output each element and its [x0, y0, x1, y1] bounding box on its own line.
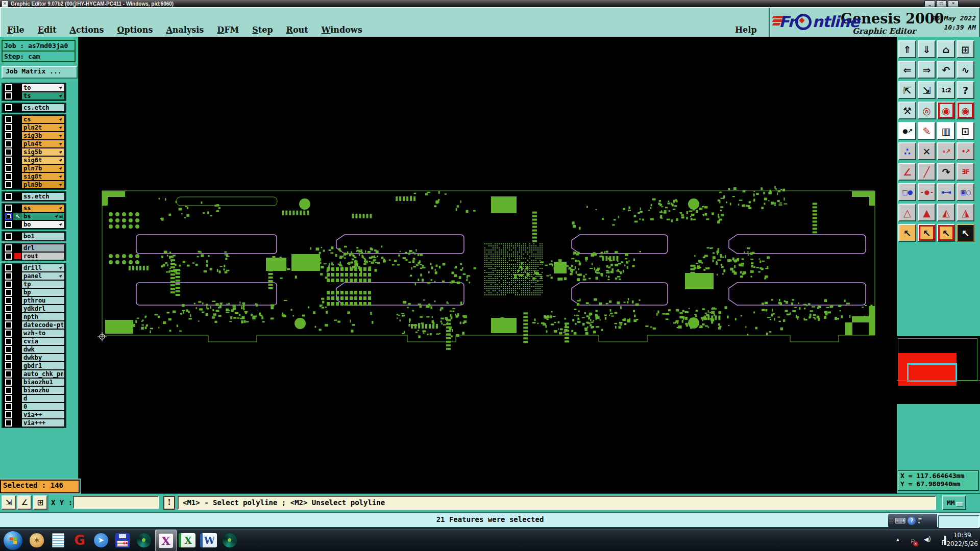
move-selection-button[interactable]: ●↗: [898, 122, 916, 140]
layer-row-auto_chk_pn[interactable]: auto_chk_pn: [3, 370, 65, 378]
layer-visibility-checkbox[interactable]: [5, 305, 12, 312]
layer-row-drl[interactable]: drl: [3, 244, 65, 252]
layer-visibility-checkbox[interactable]: [5, 346, 12, 353]
layer-visibility-checkbox[interactable]: [5, 148, 12, 156]
menu-options[interactable]: Options: [117, 25, 153, 35]
layer-row-to[interactable]: to➤: [3, 84, 65, 92]
layer-label[interactable]: panel➤: [22, 272, 64, 280]
pad-capture-button[interactable]: ⊡: [957, 122, 974, 140]
layer-label[interactable]: dwkby: [22, 354, 64, 361]
layer-row-bo[interactable]: bo➤: [3, 220, 65, 229]
langbar-minimize-icon[interactable]: ▬▾: [918, 517, 922, 524]
layer-visibility-checkbox[interactable]: [5, 297, 12, 304]
layer-row-rout[interactable]: rout: [3, 252, 65, 260]
layer-row-gbdr1[interactable]: gbdr1: [3, 362, 65, 370]
grid-toggle-button[interactable]: ⊞: [33, 495, 47, 510]
layer-label[interactable]: auto_chk_pn: [22, 370, 64, 378]
layer-label[interactable]: via++: [22, 411, 64, 418]
layer-row-datecode-pt[interactable]: datecode-pt: [3, 321, 65, 329]
layer-label[interactable]: via+++: [22, 419, 64, 427]
layer-row-pln9b[interactable]: pln9b➤: [3, 181, 65, 189]
mirror-feature-button[interactable]: ƎF: [957, 163, 974, 181]
select-poly-button[interactable]: ↖: [937, 224, 955, 242]
layer-visibility-checkbox[interactable]: [5, 221, 12, 228]
layer-visibility-checkbox[interactable]: [5, 321, 12, 329]
layer-row-pln4t[interactable]: pln4t➤: [3, 140, 65, 148]
warning-button[interactable]: !: [163, 496, 175, 510]
layer-label[interactable]: bs➤⊞: [22, 213, 64, 220]
layer-row-ts[interactable]: ts➤: [3, 92, 65, 100]
pcb-viewport[interactable]: [78, 37, 897, 493]
zoom-in-margins-button[interactable]: ⇲: [918, 81, 936, 99]
keyboard-icon[interactable]: ⌨: [895, 516, 906, 525]
layer-visibility-checkbox[interactable]: [5, 205, 12, 212]
layer-visibility-checkbox[interactable]: [5, 411, 12, 418]
signal-lights-b-button[interactable]: ◉: [957, 102, 974, 119]
pan-left-button[interactable]: ⇐: [898, 61, 916, 79]
select-single-button[interactable]: ↖: [898, 224, 916, 242]
target-node-button[interactable]: ◎: [918, 102, 936, 119]
copy-feature-button[interactable]: □●: [898, 183, 916, 201]
layer-label[interactable]: tp: [22, 281, 64, 288]
units-dropdown[interactable]: MM: [942, 495, 966, 510]
layer-label[interactable]: drl: [22, 244, 64, 252]
layer-visibility-checkbox[interactable]: [5, 104, 12, 111]
layer-visibility-checkbox[interactable]: [5, 379, 12, 386]
zoom-screen-down-button[interactable]: ⇓: [918, 40, 936, 58]
layer-label[interactable]: drill➤: [22, 264, 64, 271]
signal-lights-a-button[interactable]: ◉: [937, 102, 955, 119]
layer-row-biaozhu1[interactable]: biaozhu1: [3, 378, 65, 386]
layer-label[interactable]: gbdr1: [22, 362, 64, 369]
menu-windows[interactable]: Windows: [322, 25, 362, 35]
resize-diagonal-button[interactable]: ⇲: [2, 495, 16, 510]
layer-label[interactable]: bo1: [22, 233, 64, 240]
layer-label[interactable]: dwk: [22, 346, 64, 353]
job-matrix-button[interactable]: Job Matrix ...: [2, 66, 78, 79]
slope-line-button[interactable]: ╱: [918, 163, 936, 181]
angle-snap-button[interactable]: ∠: [17, 495, 32, 510]
menu-actions[interactable]: Actions: [70, 25, 104, 35]
layer-row-cvia[interactable]: cvia: [3, 337, 65, 345]
layer-row-bs[interactable]: ↖bs➤⊞: [3, 212, 65, 220]
layer-row-via++[interactable]: via++: [3, 411, 65, 419]
layer-visibility-checkbox[interactable]: [5, 253, 12, 260]
layer-visibility-checkbox[interactable]: [5, 289, 12, 296]
language-bar[interactable]: ∷∷ ⌨ ? ▬▾: [888, 514, 937, 528]
layer-label[interactable]: pln4t➤: [22, 140, 64, 147]
notepad-icon[interactable]: [48, 530, 68, 550]
context-help-button[interactable]: ?: [957, 81, 974, 99]
layer-row-bp[interactable]: bp: [3, 288, 65, 296]
layer-visibility-checkbox[interactable]: [5, 395, 12, 402]
menu-file[interactable]: File: [7, 25, 24, 35]
layer-label[interactable]: datecode-pt: [22, 321, 64, 329]
fill-left-button[interactable]: ◭: [937, 204, 955, 221]
layer-row-drill[interactable]: drill➤: [3, 264, 65, 272]
layer-visibility-checkbox[interactable]: [5, 403, 12, 410]
layer-visibility-checkbox[interactable]: [5, 354, 12, 361]
layer-row-dwk[interactable]: dwk: [3, 345, 65, 354]
layer-row-ss[interactable]: ss➤: [3, 204, 65, 212]
layer-visibility-checkbox[interactable]: [5, 338, 12, 345]
layer-visibility-checkbox[interactable]: [5, 173, 12, 180]
layer-row-biaozhu[interactable]: biaozhu: [3, 386, 65, 394]
layer-visibility-checkbox[interactable]: [5, 84, 12, 91]
layer-label[interactable]: biaozhu: [22, 387, 64, 394]
layer-row-0[interactable]: 0: [3, 403, 65, 411]
layer-visibility-checkbox[interactable]: [5, 244, 12, 252]
vector-move-small-button[interactable]: ∘↗: [937, 142, 955, 160]
exceed-x-icon[interactable]: X: [155, 530, 177, 551]
layer-visibility-checkbox[interactable]: [5, 213, 12, 220]
layer-visibility-checkbox[interactable]: [5, 362, 12, 369]
layer-label[interactable]: bo➤: [22, 221, 64, 228]
layer-label[interactable]: 0: [22, 403, 64, 410]
layer-visibility-checkbox[interactable]: [5, 370, 12, 378]
shell-app-icon[interactable]: ✶: [27, 530, 47, 550]
word-icon[interactable]: W: [198, 530, 218, 550]
previous-view-button[interactable]: ↶: [937, 61, 955, 79]
delete-feature-button[interactable]: ✕: [918, 142, 936, 160]
menu-edit[interactable]: Edit: [38, 25, 57, 35]
layer-label[interactable]: sig6t➤: [22, 157, 64, 164]
layer-label[interactable]: cs➤: [22, 116, 64, 123]
rotate-feature-button[interactable]: ↷: [937, 163, 955, 181]
layer-row-d[interactable]: d: [3, 394, 65, 403]
